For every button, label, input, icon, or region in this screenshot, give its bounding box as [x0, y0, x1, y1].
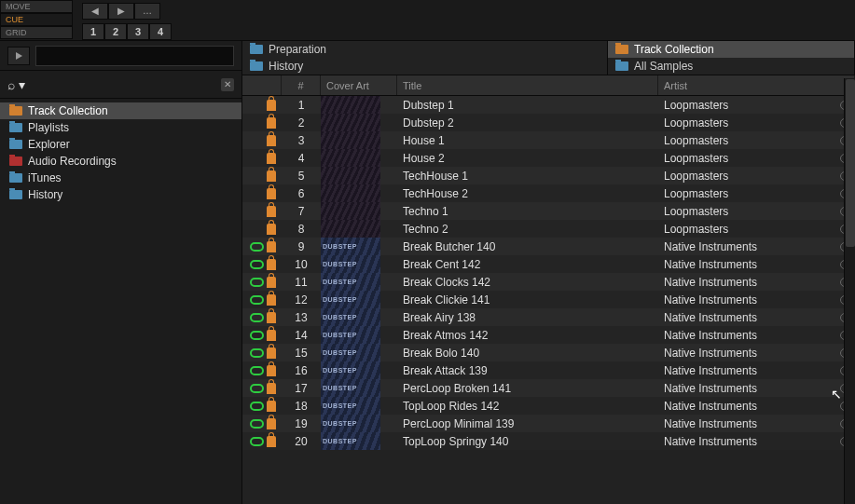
- loop-icon: [250, 366, 264, 375]
- favorite-label: Track Collection: [634, 43, 714, 56]
- track-row[interactable]: 16DUBSTEPBreak Attack 139Native Instrume…: [242, 361, 855, 379]
- mode-tab-grid[interactable]: GRID: [0, 26, 73, 39]
- track-status-cell: [242, 326, 282, 344]
- track-row[interactable]: 17DUBSTEPPercLoop Broken 141Native Instr…: [242, 379, 855, 397]
- lock-icon: [267, 294, 276, 306]
- track-row[interactable]: 9DUBSTEPBreak Butcher 140Native Instrume…: [242, 238, 855, 255]
- track-artist: Native Instruments: [658, 326, 855, 344]
- track-status-cell: [242, 96, 282, 114]
- hotcue-4[interactable]: 4: [149, 23, 172, 40]
- track-cover-art: DUBSTEP: [321, 432, 397, 450]
- scrollbar-thumb[interactable]: [846, 79, 855, 247]
- search-input[interactable]: ⌕ ▾: [7, 77, 25, 92]
- tree-item-explorer[interactable]: Explorer: [0, 136, 241, 153]
- preview-play-button[interactable]: [7, 47, 30, 65]
- column-artist[interactable]: Artist: [658, 75, 855, 95]
- tree-item-playlists[interactable]: Playlists: [0, 119, 241, 136]
- track-row[interactable]: 19DUBSTEPPercLoop Minimal 139Native Inst…: [242, 415, 855, 432]
- track-number: 6: [282, 184, 321, 202]
- track-row[interactable]: 7Techno 1Loopmasters: [242, 202, 855, 220]
- hotcue-3[interactable]: 3: [127, 23, 149, 40]
- track-title: Break Clocks 142: [397, 273, 658, 291]
- loop-icon: [250, 348, 264, 358]
- loop-icon: [250, 278, 264, 287]
- track-artist: Loopmasters: [658, 202, 855, 220]
- track-artist: Loopmasters: [658, 149, 855, 167]
- track-row[interactable]: 10DUBSTEPBreak Cent 142Native Instrument…: [242, 255, 855, 273]
- vertical-scrollbar[interactable]: [844, 78, 855, 504]
- track-status-cell: [242, 397, 282, 415]
- lock-icon: [267, 100, 276, 111]
- track-artist: Loopmasters: [658, 167, 855, 184]
- track-table-body[interactable]: 1Dubstep 1Loopmasters2Dubstep 2Loopmaste…: [242, 96, 855, 504]
- track-row[interactable]: 11DUBSTEPBreak Clocks 142Native Instrume…: [242, 273, 855, 291]
- favorite-all-samples[interactable]: All Samples: [608, 58, 855, 75]
- cover-art-thumbnail: DUBSTEP: [321, 415, 380, 432]
- track-row[interactable]: 20DUBSTEPTopLoop Springy 140Native Instr…: [242, 432, 855, 450]
- track-artist: Native Instruments: [658, 308, 855, 326]
- favorite-label: All Samples: [634, 60, 693, 73]
- nav-next-button[interactable]: ▶: [108, 3, 134, 20]
- column-status[interactable]: [242, 75, 282, 95]
- tree-item-track-collection[interactable]: Track Collection: [0, 102, 241, 119]
- track-cover-art: DUBSTEP: [321, 291, 397, 308]
- favorite-track-collection[interactable]: Track Collection: [608, 41, 855, 58]
- track-row[interactable]: 1Dubstep 1Loopmasters: [242, 96, 855, 114]
- track-cover-art: DUBSTEP: [321, 273, 397, 291]
- mode-tab-move[interactable]: MOVE: [0, 0, 73, 13]
- cover-art-thumbnail: DUBSTEP: [321, 397, 380, 415]
- track-row[interactable]: 18DUBSTEPTopLoop Rides 142Native Instrum…: [242, 397, 855, 415]
- track-status-cell: [242, 432, 282, 450]
- tree-item-audio-recordings[interactable]: Audio Recordings: [0, 153, 241, 170]
- track-row[interactable]: 5TechHouse 1Loopmasters: [242, 167, 855, 184]
- lock-icon: [267, 170, 276, 182]
- track-row[interactable]: 2Dubstep 2Loopmasters: [242, 114, 855, 131]
- track-row[interactable]: 6TechHouse 2Loopmasters: [242, 184, 855, 202]
- cover-art-thumbnail: [321, 220, 380, 238]
- track-cover-art: DUBSTEP: [321, 397, 397, 415]
- cover-art-thumbnail: [321, 184, 380, 202]
- search-dropdown-icon[interactable]: ▾: [19, 77, 25, 92]
- column-number[interactable]: #: [282, 75, 321, 95]
- mode-tab-cue[interactable]: CUE: [0, 13, 73, 26]
- search-clear-button[interactable]: ✕: [221, 78, 234, 91]
- cover-art-thumbnail: [321, 131, 380, 149]
- nav-prev-button[interactable]: ◀: [82, 3, 108, 20]
- track-row[interactable]: 13DUBSTEPBreak Airy 138Native Instrument…: [242, 308, 855, 326]
- cover-art-thumbnail: [321, 202, 380, 220]
- browser-tree: Track CollectionPlaylistsExplorerAudio R…: [0, 99, 241, 207]
- track-row[interactable]: 15DUBSTEPBreak Bolo 140Native Instrument…: [242, 344, 855, 361]
- sidebar: ⌕ ▾ ✕ Track CollectionPlaylistsExplorerA…: [0, 41, 242, 504]
- track-title: Techno 2: [397, 220, 658, 238]
- lock-icon: [267, 277, 276, 288]
- track-row[interactable]: 8Techno 2Loopmasters: [242, 220, 855, 238]
- track-artist: Native Instruments: [658, 344, 855, 361]
- track-status-cell: [242, 291, 282, 308]
- tree-item-label: Audio Recordings: [28, 155, 117, 168]
- lock-icon: [267, 206, 276, 217]
- track-cover-art: DUBSTEP: [321, 344, 397, 361]
- favorite-history[interactable]: History: [242, 58, 608, 75]
- lock-icon: [267, 383, 276, 394]
- cover-art-thumbnail: [321, 167, 380, 184]
- hotcue-1[interactable]: 1: [82, 23, 104, 40]
- track-status-cell: [242, 184, 282, 202]
- track-row[interactable]: 4House 2Loopmasters: [242, 149, 855, 167]
- tree-item-itunes[interactable]: iTunes: [0, 170, 241, 186]
- tree-item-history[interactable]: History: [0, 186, 241, 203]
- track-row[interactable]: 12DUBSTEPBreak Clickie 141Native Instrum…: [242, 291, 855, 308]
- nav-more-button[interactable]: …: [134, 3, 160, 20]
- track-status-cell: [242, 202, 282, 220]
- track-row[interactable]: 14DUBSTEPBreak Atmos 142Native Instrumen…: [242, 326, 855, 344]
- lock-icon: [267, 153, 276, 164]
- track-title: Break Bolo 140: [397, 344, 658, 361]
- hotcue-2[interactable]: 2: [104, 23, 127, 40]
- favorite-preparation[interactable]: Preparation: [242, 41, 608, 58]
- track-artist: Native Instruments: [658, 238, 855, 255]
- column-title[interactable]: Title: [397, 75, 658, 95]
- track-number: 14: [282, 326, 321, 344]
- track-row[interactable]: 3House 1Loopmasters: [242, 131, 855, 149]
- lock-icon: [267, 188, 276, 199]
- column-cover-art[interactable]: Cover Art: [321, 75, 397, 95]
- preview-track-display[interactable]: [35, 46, 234, 66]
